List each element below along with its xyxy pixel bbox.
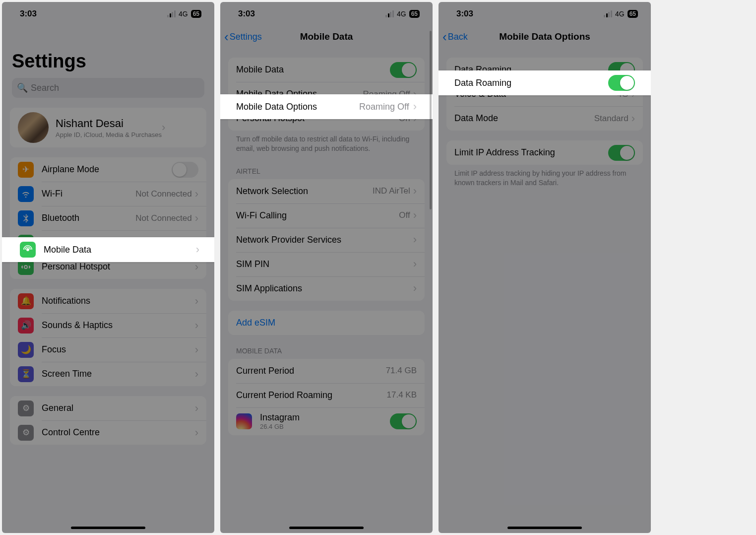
mobile-data-label: Mobile Data — [236, 65, 390, 75]
focus-label: Focus — [42, 344, 195, 355]
chevron-right-icon: › — [413, 282, 417, 295]
wifi-label: Wi-Fi — [42, 189, 135, 199]
instagram-toggle[interactable] — [390, 413, 417, 429]
focus-row[interactable]: 🌙 Focus › — [10, 337, 206, 362]
moon-icon: 🌙 — [18, 342, 34, 358]
hotspot-label: Personal Hotspot — [42, 262, 195, 272]
chevron-right-icon: › — [195, 368, 198, 381]
chevron-right-icon: › — [413, 258, 417, 270]
instagram-row[interactable]: Instagram 26.4 GB — [228, 407, 425, 435]
mobile-data-footer: Turn off mobile data to restrict all dat… — [220, 131, 433, 155]
chevron-left-icon: ‹ — [442, 30, 447, 43]
simapps-label: SIM Applications — [236, 283, 413, 294]
signal-icon — [604, 10, 612, 17]
status-time: 3:03 — [238, 9, 255, 19]
bluetooth-row[interactable]: Bluetooth Not Connected › — [10, 206, 206, 230]
chevron-right-icon: › — [162, 121, 165, 134]
current-period-row: Current Period 71.4 GB — [228, 359, 425, 383]
provider-label: Network Provider Services — [236, 235, 413, 245]
control-centre-row[interactable]: ⚙︎ Control Centre › — [10, 420, 206, 445]
chevron-right-icon: › — [195, 261, 198, 273]
current-value: 71.4 GB — [386, 366, 417, 376]
chevron-right-icon: › — [413, 209, 417, 222]
wifi-value: Not Connected — [135, 189, 191, 199]
notifications-label: Notifications — [42, 296, 195, 306]
signal-icon — [385, 10, 394, 17]
home-indicator[interactable] — [71, 527, 145, 529]
wifi-row[interactable]: Wi-Fi Not Connected › — [10, 182, 206, 206]
roaming-label: Data Roaming — [454, 78, 608, 88]
control-label: Control Centre — [42, 427, 195, 438]
limitip-footer: Limit IP address tracking by hiding your… — [439, 165, 651, 190]
page-title: Mobile Data Options — [499, 31, 590, 42]
antenna-icon — [20, 242, 36, 258]
chevron-right-icon: › — [196, 243, 199, 256]
provider-services-row[interactable]: Network Provider Services › — [228, 228, 425, 252]
status-time: 3:03 — [456, 9, 473, 19]
chevron-right-icon: › — [195, 402, 198, 415]
network-selection-row[interactable]: Network Selection IND AirTel › — [228, 179, 425, 203]
battery-icon: 65 — [409, 10, 420, 18]
status-bar: 3:03 4G 65 — [439, 2, 651, 26]
notifications-row[interactable]: 🔔 Notifications › — [10, 289, 206, 313]
wifi-calling-row[interactable]: Wi-Fi Calling Off › — [228, 203, 425, 228]
mode-value: Standard — [594, 114, 629, 124]
search-icon: 🔍 — [17, 82, 28, 93]
mobile-data-row[interactable]: Mobile Data › — [2, 237, 214, 262]
airplane-icon: ✈︎ — [18, 162, 34, 178]
current-roaming-row: Current Period Roaming 17.4 KB — [228, 383, 425, 407]
general-label: General — [42, 403, 195, 413]
chevron-right-icon: › — [195, 426, 198, 439]
sliders-icon: ⚙︎ — [18, 425, 34, 441]
wificall-value: Off — [399, 210, 410, 220]
screentime-row[interactable]: ⏳ Screen Time › — [10, 362, 206, 386]
mobile-data-toggle-row[interactable]: Mobile Data — [228, 58, 425, 82]
hourglass-icon: ⏳ — [18, 366, 34, 382]
mobile-data-toggle[interactable] — [390, 62, 417, 78]
chevron-right-icon: › — [195, 188, 198, 201]
data-mode-row[interactable]: Data Mode Standard › — [446, 106, 643, 131]
mobile-data-screen: 3:03 4G 65 ‹ Settings Mobile Data Mobile… — [220, 2, 433, 533]
search-placeholder: Search — [31, 83, 59, 93]
apple-id-row[interactable]: Nishant Desai Apple ID, iCloud, Media & … — [10, 108, 206, 147]
data-roaming-row[interactable]: Data Roaming — [439, 70, 651, 95]
options-value: Roaming Off — [359, 102, 409, 112]
status-network: 4G — [397, 10, 406, 18]
add-esim-row[interactable]: Add eSIM — [228, 311, 425, 335]
chevron-right-icon: › — [195, 343, 198, 356]
status-bar: 3:03 4G 65 — [2, 2, 214, 26]
screentime-label: Screen Time — [42, 369, 195, 379]
mobile-data-label: Mobile Data — [44, 245, 196, 255]
sim-apps-row[interactable]: SIM Applications › — [228, 276, 425, 301]
back-button[interactable]: ‹ Settings — [224, 30, 262, 43]
home-indicator[interactable] — [507, 527, 582, 529]
back-label: Settings — [230, 32, 262, 42]
mobile-data-options-screen: 3:03 4G 65 ‹ Back Mobile Data Options Da… — [439, 2, 651, 533]
status-bar: 3:03 4G 65 — [220, 2, 433, 26]
airplane-label: Airplane Mode — [42, 164, 172, 175]
general-row[interactable]: ⚙︎ General › — [10, 396, 206, 420]
mobile-data-options-row[interactable]: Mobile Data Options Roaming Off › — [220, 94, 433, 119]
back-button[interactable]: ‹ Back — [442, 30, 468, 43]
simpin-label: SIM PIN — [236, 259, 413, 269]
sounds-row[interactable]: 🔊 Sounds & Haptics › — [10, 313, 206, 337]
speaker-icon: 🔊 — [18, 318, 34, 334]
search-input[interactable]: 🔍 Search — [12, 78, 204, 98]
limit-ip-row[interactable]: Limit IP Address Tracking — [446, 140, 643, 165]
add-esim-label: Add eSIM — [236, 318, 417, 328]
roaming-usage-value: 17.4 KB — [387, 390, 417, 400]
nav-bar: ‹ Back Mobile Data Options — [439, 26, 651, 48]
gear-icon: ⚙︎ — [18, 401, 34, 416]
home-indicator[interactable] — [289, 527, 364, 529]
airplane-mode-row[interactable]: ✈︎ Airplane Mode — [10, 157, 206, 182]
data-roaming-toggle[interactable] — [608, 75, 635, 91]
options-label: Mobile Data Options — [236, 102, 359, 112]
profile-desc: Apple ID, iCloud, Media & Purchases — [56, 131, 162, 138]
battery-icon: 65 — [191, 10, 201, 18]
chevron-left-icon: ‹ — [224, 30, 229, 43]
chevron-right-icon: › — [631, 112, 635, 125]
airplane-toggle[interactable] — [172, 162, 198, 178]
limitip-toggle[interactable] — [608, 145, 635, 161]
chevron-right-icon: › — [413, 100, 417, 113]
sim-pin-row[interactable]: SIM PIN › — [228, 252, 425, 276]
